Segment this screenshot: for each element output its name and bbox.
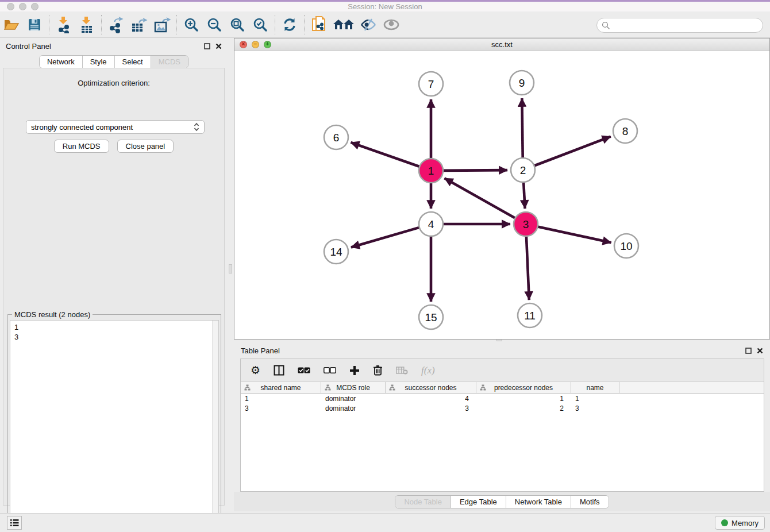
tab-mcds[interactable]: MCDS [151,56,188,68]
table-cell[interactable]: 1 [241,394,321,403]
graph-node-label: 4 [428,218,434,230]
column-header-predecessor-nodes[interactable]: predecessor nodes [476,382,571,393]
mcds-result-title: MCDS result (2 nodes) [12,310,93,319]
graph-node-label: 6 [333,132,340,144]
table-cell[interactable]: dominator [321,403,386,413]
zoom-out-button[interactable] [203,14,226,36]
save-session-button[interactable] [23,14,46,36]
zoom-fit-button[interactable] [226,14,249,36]
show-columns-icon[interactable] [274,365,284,376]
graph-edge-3-10[interactable] [538,226,611,242]
import-network-button[interactable] [52,14,75,36]
graph-edge-4-14[interactable] [351,228,419,248]
open-session-button[interactable] [0,14,23,36]
zoom-in-button[interactable] [180,14,203,36]
delete-column-icon[interactable] [373,365,383,376]
table-cell[interactable]: 1 [476,394,571,403]
export-image-icon [153,16,171,33]
table-cell[interactable]: 2 [476,403,571,413]
show-panel-button[interactable] [380,14,403,36]
close-table-panel-icon[interactable] [757,348,763,354]
refresh-icon [282,17,297,32]
home-layout-button[interactable] [330,14,357,36]
import-table-icon [79,16,94,33]
float-panel-icon[interactable] [204,43,210,49]
table-cell[interactable]: 4 [386,394,476,403]
table-cell[interactable]: 1 [571,394,619,403]
chevron-up-down-icon [194,122,199,132]
column-header-shared-name[interactable]: shared name [241,382,321,393]
network-canvas[interactable]: 7968124314101511 [234,51,769,339]
select-all-icon[interactable] [298,367,310,373]
optimization-criterion-select[interactable]: strongly connected component [26,120,205,134]
column-header-successor-nodes[interactable]: successor nodes [386,382,476,393]
task-history-button[interactable] [7,516,22,530]
list-icon [10,519,19,527]
graph-edge-1-2[interactable] [443,170,507,171]
tab-select[interactable]: Select [115,56,151,68]
toolbar-separator [101,15,102,34]
memory-button[interactable]: Memory [715,516,765,530]
deselect-all-icon[interactable] [324,367,336,373]
control-panel-tabs: Network Style Select MCDS [0,55,228,68]
duplicate-network-button[interactable] [307,14,330,36]
table-cell[interactable]: 3 [571,403,619,413]
table-row[interactable]: 3dominator323 [241,403,764,413]
export-table-icon [130,16,148,33]
refresh-style-button[interactable] [278,14,301,36]
graph-edge-3-1[interactable] [445,178,515,218]
tab-style[interactable]: Style [83,56,115,68]
home-icon [333,18,355,32]
node-table: ⚙ [240,358,764,492]
column-header-mcds-role[interactable]: MCDS role [321,382,386,393]
tab-motifs[interactable]: Motifs [571,496,609,508]
graph-node-label: 9 [519,77,525,89]
create-column-icon[interactable] [349,365,360,376]
graph-edge-2-8[interactable] [534,137,611,166]
search-icon [602,21,610,30]
hierarchy-icon [480,384,486,391]
tab-network[interactable]: Network [40,56,83,68]
zoom-out-icon [207,17,222,32]
table-row[interactable]: 1dominator411 [241,394,764,403]
column-header-name[interactable]: name [571,382,619,393]
graph-edge-3-11[interactable] [526,236,529,300]
hide-panel-button[interactable] [357,14,380,36]
graph-edge-2-3[interactable] [523,182,525,209]
network-window-titlebar[interactable]: × − + scc.txt [234,38,769,51]
tab-edge-table[interactable]: Edge Table [451,496,506,508]
export-image-button[interactable] [151,14,174,36]
control-panel-title: Control Panel [6,42,51,51]
result-scrollbar[interactable] [212,321,218,529]
app-titlebar: Session: New Session [0,2,770,11]
graph-edge-2-9[interactable] [522,98,522,158]
import-table-button[interactable] [75,14,98,36]
export-network-button[interactable] [105,14,128,36]
result-line: 3 [14,332,218,342]
run-mcds-button[interactable]: Run MCDS [54,140,109,153]
zoom-selected-button[interactable] [249,14,272,36]
table-cell[interactable]: dominator [321,394,386,403]
tab-network-table[interactable]: Network Table [506,496,571,508]
eye-icon [383,19,399,30]
mcds-result-group: MCDS result (2 nodes) 13 [7,314,221,531]
mcds-result-textarea[interactable]: 13 [10,320,219,529]
search-area [596,18,763,33]
graph-edge-1-6[interactable] [351,142,419,167]
table-cell[interactable]: 3 [386,403,476,413]
close-panel-button[interactable]: Close panel [117,140,174,153]
export-network-icon [108,16,124,33]
graph-node-label: 1 [428,165,434,177]
float-table-panel-icon[interactable] [745,348,752,354]
delete-table-icon [396,367,408,375]
table-settings-gear-icon[interactable]: ⚙ [251,365,260,376]
vertical-splitter-handle[interactable] [229,264,232,273]
control-panel: Control Panel Network Style Select MCDS … [0,38,228,513]
table-cell[interactable]: 3 [241,403,321,413]
search-input[interactable] [596,18,763,33]
close-panel-icon[interactable] [215,43,222,49]
graph-node-label: 8 [622,125,629,137]
main-toolbar [0,11,770,38]
export-table-button[interactable] [128,14,151,36]
tab-node-table[interactable]: Node Table [395,496,451,508]
